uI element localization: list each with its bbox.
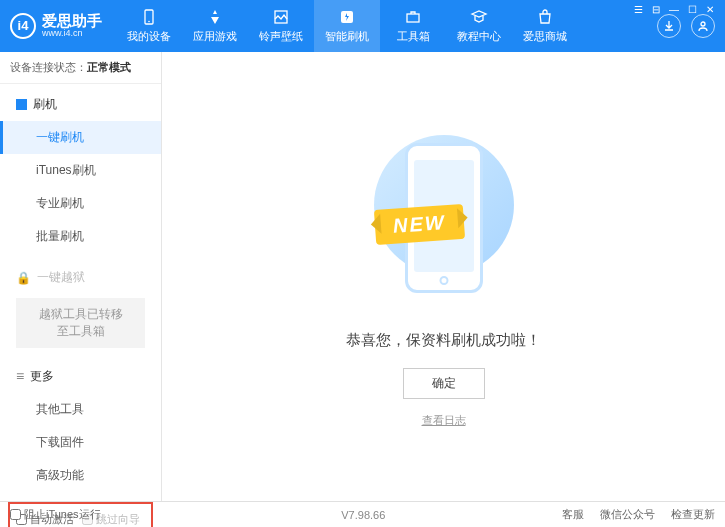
jailbreak-notice: 越狱工具已转移至工具箱: [16, 298, 145, 348]
svg-point-5: [701, 22, 705, 26]
settings-icon[interactable]: ☰: [631, 4, 645, 15]
new-ribbon: NEW: [373, 204, 464, 245]
close-icon[interactable]: ✕: [703, 4, 717, 15]
nav-store[interactable]: 爱思商城: [512, 0, 578, 52]
apps-icon: [206, 8, 224, 26]
sidebar-item-itunes-flash[interactable]: iTunes刷机: [0, 154, 161, 187]
svg-point-1: [148, 21, 150, 23]
lock-icon[interactable]: ⊟: [649, 4, 663, 15]
footer-update[interactable]: 检查更新: [671, 507, 715, 522]
logo-icon: i4: [10, 13, 36, 39]
flash-icon: [338, 8, 356, 26]
wallpaper-icon: [272, 8, 290, 26]
version-label: V7.98.66: [341, 509, 385, 521]
download-button[interactable]: [657, 14, 681, 38]
footer-support[interactable]: 客服: [562, 507, 584, 522]
sidebar-item-pro-flash[interactable]: 专业刷机: [0, 187, 161, 220]
sidebar-heading-jailbreak: 🔒 一键越狱: [0, 261, 161, 294]
sidebar-item-oneclick-flash[interactable]: 一键刷机: [0, 121, 161, 154]
success-message: 恭喜您，保资料刷机成功啦！: [346, 331, 541, 350]
window-controls: ☰ ⊟ — ☐ ✕: [631, 4, 717, 15]
nav-ringtones[interactable]: 铃声壁纸: [248, 0, 314, 52]
user-button[interactable]: [691, 14, 715, 38]
nav-tutorials[interactable]: 教程中心: [446, 0, 512, 52]
main-nav: 我的设备 应用游戏 铃声壁纸 智能刷机 工具箱 教程中心 爱思商城: [116, 0, 578, 52]
nav-apps[interactable]: 应用游戏: [182, 0, 248, 52]
minimize-icon[interactable]: —: [667, 4, 681, 15]
store-icon: [536, 8, 554, 26]
ok-button[interactable]: 确定: [403, 368, 485, 399]
sidebar-heading-flash[interactable]: 刷机: [0, 88, 161, 121]
sidebar-item-download-firmware[interactable]: 下载固件: [0, 426, 161, 459]
view-log-link[interactable]: 查看日志: [422, 413, 466, 428]
header: i4 爱思助手 www.i4.cn 我的设备 应用游戏 铃声壁纸 智能刷机 工具…: [0, 0, 725, 52]
block-itunes-checkbox[interactable]: 阻止iTunes运行: [10, 507, 101, 522]
sidebar-item-other-tools[interactable]: 其他工具: [0, 393, 161, 426]
nav-flash[interactable]: 智能刷机: [314, 0, 380, 52]
device-icon: [140, 8, 158, 26]
sidebar-item-batch-flash[interactable]: 批量刷机: [0, 220, 161, 253]
nav-toolbox[interactable]: 工具箱: [380, 0, 446, 52]
sidebar-heading-more[interactable]: ≡ 更多: [0, 360, 161, 393]
app-subtitle: www.i4.cn: [42, 29, 102, 39]
tutorial-icon: [470, 8, 488, 26]
app-title: 爱思助手: [42, 13, 102, 30]
footer-wechat[interactable]: 微信公众号: [600, 507, 655, 522]
lock-icon: 🔒: [16, 271, 31, 285]
logo[interactable]: i4 爱思助手 www.i4.cn: [10, 13, 116, 39]
toolbox-icon: [404, 8, 422, 26]
maximize-icon[interactable]: ☐: [685, 4, 699, 15]
nav-my-device[interactable]: 我的设备: [116, 0, 182, 52]
connection-status: 设备连接状态：正常模式: [0, 52, 161, 84]
more-icon: ≡: [16, 368, 24, 384]
success-illustration: NEW: [359, 125, 529, 315]
sidebar: 设备连接状态：正常模式 刷机 一键刷机 iTunes刷机 专业刷机 批量刷机 🔒…: [0, 52, 162, 501]
sidebar-item-advanced[interactable]: 高级功能: [0, 459, 161, 492]
main-content: NEW 恭喜您，保资料刷机成功啦！ 确定 查看日志: [162, 52, 725, 501]
svg-rect-4: [407, 14, 419, 22]
square-icon: [16, 99, 27, 110]
